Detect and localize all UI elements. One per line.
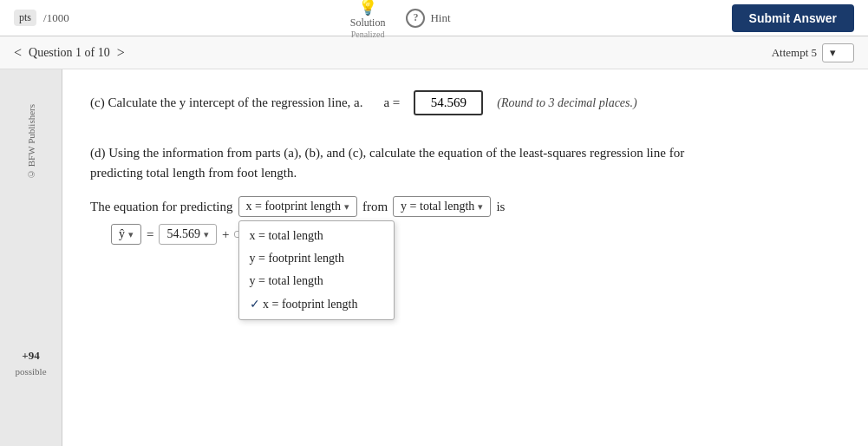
a-label: a = — [383, 95, 400, 110]
pts-badge: pts — [14, 10, 36, 26]
coeff-value: 54.569 — [166, 227, 200, 241]
lightbulb-icon: 💡 — [358, 0, 377, 16]
option-x-footprint-length[interactable]: x = footprint length — [239, 292, 394, 316]
part-d-heading-line1: (d) Using the information from parts (a)… — [90, 146, 684, 160]
part-d-heading: (d) Using the information from parts (a)… — [90, 143, 840, 182]
question-icon: ? — [406, 9, 425, 28]
equation-section: The equation for predicting x = footprin… — [90, 196, 840, 245]
possible-label: possible — [15, 366, 46, 377]
question-nav-left: < Question 1 of 10 > — [14, 45, 125, 61]
score-text: /1000 — [43, 11, 69, 25]
y-hat-dropdown[interactable]: ŷ — [111, 224, 141, 245]
question-label: Question 1 of 10 — [29, 46, 110, 60]
solution-label: Solution — [350, 16, 386, 30]
y-variable-dropdown[interactable]: y = total length — [393, 196, 491, 217]
is-label: is — [496, 200, 505, 214]
sidebar: © BFW Publishers +94 possible — [0, 69, 62, 446]
y-hat-label: ŷ — [119, 227, 125, 241]
plus-sign: + — [222, 227, 229, 242]
predicting-label: The equation for predicting — [90, 200, 233, 214]
content-area: (c) Calculate the y intercept of the reg… — [62, 69, 868, 446]
answer-input-a[interactable]: 54.569 — [414, 90, 483, 115]
from-label: from — [362, 200, 388, 214]
top-bar: pts /1000 💡 Solution Penalized ? Hint Su… — [0, 0, 868, 36]
submit-answer-button[interactable]: Submit Answer — [732, 4, 854, 32]
main-content: © BFW Publishers +94 possible (c) Calcul… — [0, 69, 868, 446]
copyright-label: © BFW Publishers — [26, 104, 36, 180]
coefficient-dropdown[interactable]: 54.569 — [159, 224, 217, 245]
x-variable-dropdown[interactable]: x = footprint length — [238, 196, 357, 217]
part-c-section: (c) Calculate the y intercept of the reg… — [90, 90, 840, 115]
part-d-section: (d) Using the information from parts (a)… — [90, 143, 840, 245]
score-section: pts /1000 — [14, 10, 69, 26]
hint-label: Hint — [430, 11, 450, 25]
equals-sign: = — [147, 227, 153, 242]
attempt-label: Attempt 5 — [772, 46, 817, 60]
equation-line-1: The equation for predicting x = footprin… — [90, 196, 840, 217]
x-variable-dropdown-menu: x = total length y = footprint length y … — [238, 220, 395, 320]
y-variable-selected: y = total length — [401, 200, 474, 213]
option-y-total-length[interactable]: y = total length — [239, 270, 394, 292]
part-d-heading-line2: predicting total length from foot length… — [90, 166, 297, 180]
part-c-text: (c) Calculate the y intercept of the reg… — [90, 95, 362, 110]
option-x-total-length[interactable]: x = total length — [239, 225, 394, 247]
pts-plus-label: +94 — [22, 349, 39, 363]
prev-question-button[interactable]: < — [14, 45, 22, 61]
x-variable-dropdown-container: x = footprint length x = total length y … — [238, 196, 357, 217]
attempt-dropdown[interactable]: ▾ — [822, 43, 854, 62]
round-note: (Round to 3 decimal places.) — [497, 96, 636, 110]
option-y-footprint-length[interactable]: y = footprint length — [239, 247, 394, 270]
hint-button[interactable]: ? Hint — [406, 9, 450, 28]
top-bar-center: 💡 Solution Penalized ? Hint — [83, 0, 718, 39]
y-variable-dropdown-container: y = total length — [393, 196, 491, 217]
solution-button[interactable]: 💡 Solution Penalized — [350, 0, 386, 39]
x-variable-selected: x = footprint length — [246, 200, 341, 213]
attempt-section: Attempt 5 ▾ — [772, 43, 854, 62]
equation-line-2: ŷ = 54.569 + x — [111, 224, 840, 245]
penalized-label: Penalized — [351, 30, 385, 39]
question-nav: < Question 1 of 10 > Attempt 5 ▾ — [0, 36, 868, 69]
next-question-button[interactable]: > — [117, 45, 125, 61]
